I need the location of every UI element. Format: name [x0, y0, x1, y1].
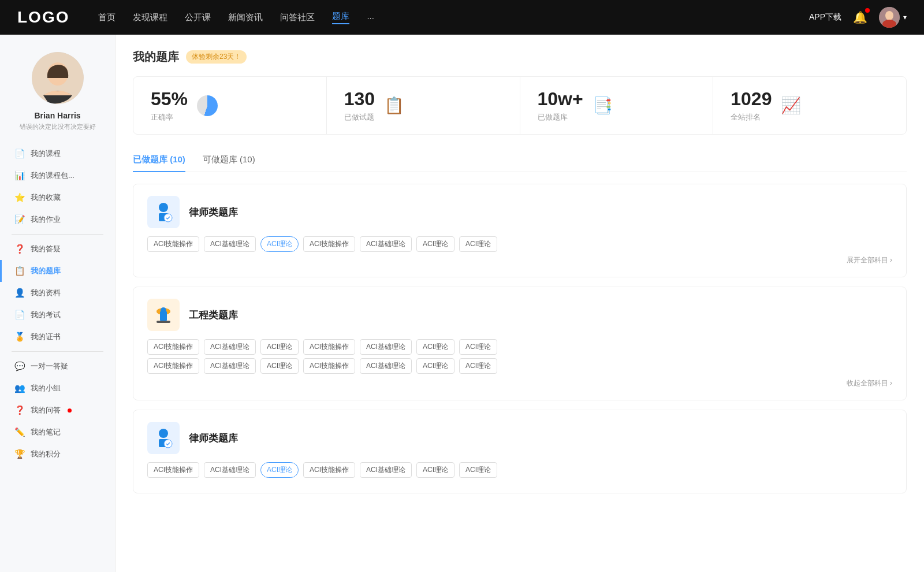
bank-header-2: 工程类题库 [147, 299, 892, 331]
tag-2-r2-3[interactable]: ACI技能操作 [303, 358, 355, 374]
stat-done-banks: 10w+ 已做题库 📑 [520, 77, 714, 134]
stat-done-banks-left: 10w+ 已做题库 [538, 88, 583, 122]
question-icon: ❓ [14, 405, 25, 415]
sidebar-item-course-packages[interactable]: 📊 我的课程包... [0, 165, 115, 187]
tag-2-r2-6[interactable]: ACI理论 [459, 358, 497, 374]
tag-2-r1-3[interactable]: ACI技能操作 [303, 339, 355, 355]
tag-2-r1-5[interactable]: ACI理论 [416, 339, 454, 355]
tag-2-r2-2[interactable]: ACI理论 [260, 358, 299, 374]
sidebar-label-exam: 我的考试 [31, 310, 61, 320]
stat-done-questions-label: 已做试题 [344, 112, 375, 122]
package-icon: 📊 [14, 170, 25, 181]
chevron-down-icon: ▾ [903, 13, 907, 21]
bank-title-3: 律师类题库 [189, 432, 238, 445]
bank-icon-lawyer-1 [147, 196, 180, 228]
tag-1-0[interactable]: ACI技能操作 [147, 236, 199, 252]
bank-icon-engineer [147, 299, 180, 331]
stat-rank-left: 1029 全站排名 [731, 88, 772, 122]
nav-news[interactable]: 新闻资讯 [228, 12, 263, 23]
points-icon: 🏆 [14, 449, 25, 459]
avatar [879, 7, 900, 28]
stat-done-questions-left: 130 已做试题 [344, 88, 375, 122]
sidebar-item-question-bank[interactable]: 📋 我的题库 [0, 260, 115, 282]
expand-link-1[interactable]: 展开全部科目 › [147, 255, 892, 265]
bank-item-2: 工程类题库 ACI技能操作 ACI基础理论 ACI理论 ACI技能操作 ACI基… [133, 287, 907, 400]
sidebar-label-cert: 我的证书 [31, 332, 61, 342]
stat-done-banks-value: 10w+ [538, 88, 583, 110]
tag-1-5[interactable]: ACI理论 [416, 236, 454, 252]
tag-3-0[interactable]: ACI技能操作 [147, 462, 199, 478]
sidebar-item-certificate[interactable]: 🏅 我的证书 [0, 326, 115, 348]
nav-discover[interactable]: 发现课程 [133, 12, 167, 23]
tag-2-r1-6[interactable]: ACI理论 [459, 339, 497, 355]
sidebar-label-notes: 我的笔记 [31, 427, 61, 437]
tag-2-r2-0[interactable]: ACI技能操作 [147, 358, 199, 374]
nav-open-course[interactable]: 公开课 [185, 12, 211, 23]
bell-badge [865, 8, 870, 13]
sidebar-item-profile[interactable]: 👤 我的资料 [0, 282, 115, 304]
user-avatar-menu[interactable]: ▾ [879, 7, 907, 28]
sidebar-label-courses: 我的课程 [31, 148, 61, 159]
collapse-link-2[interactable]: 收起全部科目 › [147, 378, 892, 388]
tag-3-5[interactable]: ACI理论 [416, 462, 454, 478]
sidebar-item-exam[interactable]: 📄 我的考试 [0, 304, 115, 326]
qa-icon: ❓ [14, 244, 25, 254]
sidebar-item-my-qa[interactable]: ❓ 我的答疑 [0, 238, 115, 260]
sidebar-item-favorites[interactable]: ⭐ 我的收藏 [0, 187, 115, 209]
tag-3-6[interactable]: ACI理论 [459, 462, 497, 478]
sidebar-item-questions[interactable]: ❓ 我的问答 [0, 399, 115, 421]
tag-2-r2-5[interactable]: ACI理论 [416, 358, 454, 374]
stat-accuracy-label: 正确率 [151, 112, 188, 122]
main-content: 我的题库 体验剩余23天！ 55% 正确率 130 已做试题 📋 [116, 35, 924, 572]
page-title: 我的题库 [133, 49, 179, 65]
tab-available-banks[interactable]: 可做题库 (10) [203, 148, 255, 172]
tag-2-r2-1[interactable]: ACI基础理论 [204, 358, 256, 374]
sidebar-label-bank: 我的题库 [31, 266, 61, 276]
stat-accuracy: 55% 正确率 [133, 77, 327, 134]
tag-3-2[interactable]: ACI理论 [260, 462, 299, 478]
tag-3-4[interactable]: ACI基础理论 [360, 462, 412, 478]
tag-2-r1-0[interactable]: ACI技能操作 [147, 339, 199, 355]
tag-1-6[interactable]: ACI理论 [459, 236, 497, 252]
sidebar-item-points[interactable]: 🏆 我的积分 [0, 443, 115, 465]
nav-more[interactable]: ··· [367, 13, 374, 23]
nav-question-bank[interactable]: 题库 [332, 11, 349, 24]
tag-3-3[interactable]: ACI技能操作 [303, 462, 355, 478]
divider-2 [12, 351, 103, 352]
group-icon: 👥 [14, 383, 25, 393]
tag-2-r1-2[interactable]: ACI理论 [260, 339, 299, 355]
tag-1-1[interactable]: ACI基础理论 [204, 236, 256, 252]
sidebar-item-one-on-one[interactable]: 💬 一对一答疑 [0, 355, 115, 377]
tag-2-r1-4[interactable]: ACI基础理论 [360, 339, 412, 355]
stat-done-questions: 130 已做试题 📋 [327, 77, 520, 134]
sidebar-item-notes[interactable]: ✏️ 我的笔记 [0, 421, 115, 443]
svg-rect-11 [157, 321, 170, 323]
tab-done-banks[interactable]: 已做题库 (10) [133, 148, 185, 172]
bank-tags-2-row2: ACI技能操作 ACI基础理论 ACI理论 ACI技能操作 ACI基础理论 AC… [147, 358, 892, 374]
app-download-link[interactable]: APP下载 [809, 12, 841, 23]
question-dot-badge [68, 408, 72, 413]
sidebar-item-my-courses[interactable]: 📄 我的课程 [0, 143, 115, 165]
tag-1-4[interactable]: ACI基础理论 [360, 236, 412, 252]
tag-1-2[interactable]: ACI理论 [260, 236, 299, 252]
sidebar-label-packages: 我的课程包... [31, 170, 74, 181]
logo[interactable]: LOGO [17, 8, 69, 27]
tag-3-1[interactable]: ACI基础理论 [204, 462, 256, 478]
done-questions-icon: 📋 [384, 96, 404, 115]
bank-icon-lawyer-3 [147, 422, 180, 454]
tag-2-r1-1[interactable]: ACI基础理论 [204, 339, 256, 355]
tag-2-r2-4[interactable]: ACI基础理论 [360, 358, 412, 374]
tag-1-3[interactable]: ACI技能操作 [303, 236, 355, 252]
profile-icon: 👤 [14, 288, 25, 298]
stat-accuracy-value: 55% [151, 88, 188, 110]
nav-home[interactable]: 首页 [98, 12, 116, 23]
sidebar-item-homework[interactable]: 📝 我的作业 [0, 209, 115, 231]
sidebar-item-group[interactable]: 👥 我的小组 [0, 377, 115, 399]
notes-icon: ✏️ [14, 427, 25, 437]
chat-icon: 💬 [14, 361, 25, 372]
sidebar-label-favorites: 我的收藏 [31, 192, 61, 203]
star-icon: ⭐ [14, 192, 25, 203]
bank-header-1: 律师类题库 [147, 196, 892, 228]
nav-qa[interactable]: 问答社区 [280, 12, 315, 23]
notification-bell[interactable]: 🔔 [853, 10, 867, 24]
